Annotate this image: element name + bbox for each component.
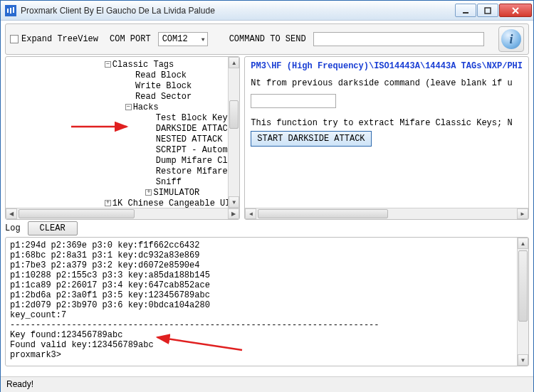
scroll-left-icon[interactable]: ◀ bbox=[6, 208, 17, 219]
com-port-value: COM12 bbox=[162, 34, 188, 44]
tree-item-simulator[interactable]: SIMULATOR bbox=[153, 188, 199, 198]
expander-minus-icon[interactable]: − bbox=[105, 61, 111, 68]
window-buttons bbox=[455, 4, 532, 17]
tree-item-test-block-keys[interactable]: Test Block Keys bbox=[156, 113, 228, 123]
expander-plus-icon[interactable]: + bbox=[105, 200, 111, 206]
nt-label: Nt from previous darkside command (leave… bbox=[251, 78, 523, 88]
command-to-send-label: COMMAND TO SEND bbox=[229, 34, 306, 44]
scroll-up-icon[interactable]: ▲ bbox=[518, 238, 528, 249]
tree-panel: −Classic Tags Read Block Write Block Rea… bbox=[5, 56, 240, 220]
scroll-thumb[interactable] bbox=[518, 250, 528, 322]
tree-item-darkside-attack[interactable]: DARKSIDE ATTACK bbox=[156, 124, 228, 134]
info-button[interactable]: i bbox=[498, 26, 524, 52]
clear-label: CLEAR bbox=[40, 223, 66, 233]
tree-item-script-auto[interactable]: SCRIPT - Automatic Mifare Cr bbox=[156, 145, 228, 155]
log-panel: p1:294d p2:369e p3:0 key:f1f662cc6432 p1… bbox=[5, 237, 529, 366]
scroll-down-icon[interactable]: ▼ bbox=[229, 196, 239, 208]
scroll-down-icon[interactable]: ▼ bbox=[518, 354, 528, 366]
com-port-select[interactable]: COM12 ▼ bbox=[158, 32, 208, 46]
scroll-left-icon[interactable]: ◀ bbox=[245, 208, 256, 219]
tree-item-read-block[interactable]: Read Block bbox=[135, 70, 187, 80]
tree-item-classic-tags[interactable]: Classic Tags bbox=[112, 60, 174, 70]
log-output[interactable]: p1:294d p2:369e p3:0 key:f1f662cc6432 p1… bbox=[6, 238, 517, 366]
maximize-button[interactable] bbox=[477, 4, 498, 17]
start-darkside-button[interactable]: START DARKSIDE ATTACK bbox=[251, 131, 371, 147]
tree-item-nested-attack[interactable]: NESTED ATTACK bbox=[156, 134, 223, 144]
tree-item-restore-classic[interactable]: Restore Mifare Classic bbox=[156, 166, 228, 176]
scroll-right-icon[interactable]: ▶ bbox=[228, 208, 239, 219]
clear-button[interactable]: CLEAR bbox=[28, 221, 78, 235]
scroll-right-icon[interactable]: ▶ bbox=[517, 208, 528, 219]
com-port-label: COM PORT bbox=[110, 34, 151, 44]
tree-item-chinese-uid[interactable]: 1K Chinese Cangeable UID Cards bbox=[112, 198, 229, 208]
log-label: Log bbox=[5, 223, 21, 233]
scroll-thumb[interactable] bbox=[19, 209, 135, 218]
info-icon: i bbox=[501, 29, 521, 49]
status-bar: Ready! bbox=[1, 376, 533, 392]
command-tree[interactable]: −Classic Tags Read Block Write Block Rea… bbox=[6, 57, 228, 208]
expander-minus-icon[interactable]: − bbox=[125, 104, 132, 110]
log-toolbar: Log CLEAR bbox=[5, 221, 529, 235]
tree-item-read-sector[interactable]: Read Sector bbox=[135, 92, 192, 102]
svg-rect-1 bbox=[485, 8, 491, 14]
scroll-up-icon[interactable]: ▲ bbox=[229, 57, 239, 68]
detail-horizontal-scrollbar[interactable]: ◀ ▶ bbox=[245, 208, 528, 219]
chevron-down-icon: ▼ bbox=[201, 36, 205, 43]
nt-input[interactable] bbox=[251, 94, 336, 108]
minimize-button[interactable] bbox=[455, 4, 476, 17]
breadcrumb: PM3\HF (High Frequency)\ISO14443A\14443A… bbox=[251, 61, 523, 71]
scroll-thumb[interactable] bbox=[258, 209, 388, 218]
close-button[interactable] bbox=[499, 4, 532, 17]
window-title: Proxmark Client By El Gaucho De La Livid… bbox=[21, 6, 455, 16]
tree-item-write-block[interactable]: Write Block bbox=[135, 81, 192, 91]
expand-treeview-label: Expand TreeView bbox=[21, 34, 98, 44]
tree-horizontal-scrollbar[interactable]: ◀ ▶ bbox=[6, 208, 239, 219]
main-split: −Classic Tags Read Block Write Block Rea… bbox=[5, 56, 529, 220]
tree-item-dump-classic[interactable]: Dump Mifare Classic bbox=[156, 156, 228, 166]
checkbox-icon bbox=[10, 35, 19, 43]
app-icon bbox=[5, 5, 16, 16]
tree-item-sniff[interactable]: Sniff bbox=[156, 177, 182, 187]
detail-panel: PM3\HF (High Frequency)\ISO14443A\14443A… bbox=[244, 56, 529, 220]
function-description: This function try to extract Mifare Clas… bbox=[251, 118, 523, 128]
command-input[interactable] bbox=[313, 32, 484, 46]
expander-plus-icon[interactable]: + bbox=[145, 189, 152, 196]
expand-treeview-checkbox[interactable]: Expand TreeView bbox=[10, 34, 98, 44]
toolbar: Expand TreeView COM PORT COM12 ▼ COMMAND… bbox=[5, 23, 529, 55]
tree-item-hacks[interactable]: Hacks bbox=[133, 102, 159, 112]
status-text: Ready! bbox=[6, 379, 33, 389]
titlebar: Proxmark Client By El Gaucho De La Livid… bbox=[1, 1, 533, 21]
tree-vertical-scrollbar[interactable]: ▲ ▼ bbox=[228, 57, 239, 208]
log-vertical-scrollbar[interactable]: ▲ ▼ bbox=[517, 238, 528, 366]
scroll-thumb[interactable] bbox=[229, 100, 239, 129]
start-darkside-label: START DARKSIDE ATTACK bbox=[257, 134, 365, 144]
